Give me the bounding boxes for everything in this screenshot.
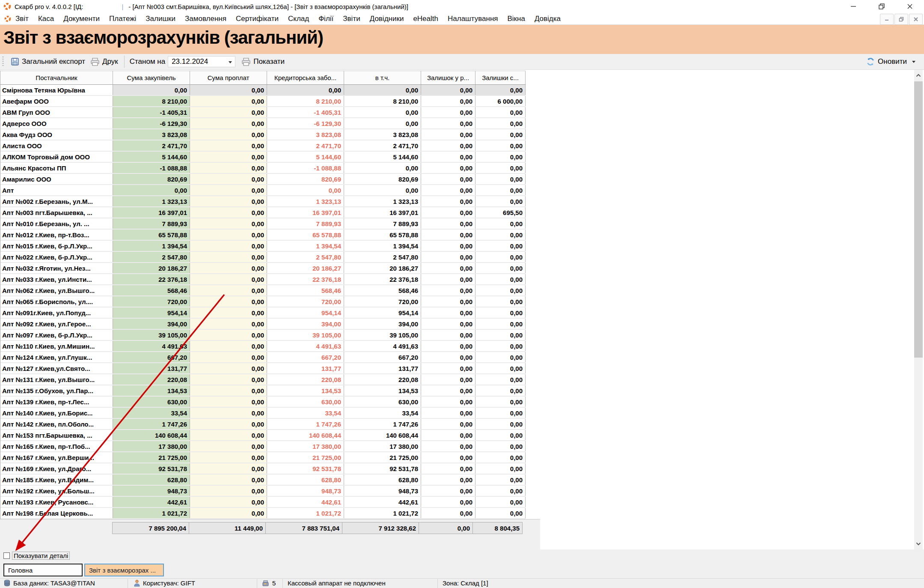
supplier-name-cell: Апт №198 г.Белая Церковь... [0,508,113,518]
menu-item[interactable]: Склад [288,15,309,23]
menu-item[interactable]: Довідники [370,15,404,23]
table-row[interactable]: Апт0,000,000,000,000,000,00 [0,185,526,196]
table-row[interactable]: Апт №022 г.Киев, б-р.Л.Укр...2 547,800,0… [0,252,526,263]
table-row[interactable]: Апт №010 г.Березань, ул. ...7 889,930,00… [0,218,526,230]
table-row[interactable]: Апт №135 г.Обухов, ул.Пар...134,530,0013… [0,385,526,397]
child-minimize-button[interactable] [880,14,894,25]
menu-app-icon [4,15,11,22]
table-row[interactable]: Авефарм ООО8 210,000,008 210,008 210,000… [0,96,526,107]
refresh-dropdown-caret-icon[interactable] [912,61,915,63]
menu-item[interactable]: Звіт [15,15,29,23]
table-row[interactable]: Амарилис ООО820,690,00820,69820,690,000,… [0,174,526,185]
scrollbar-thumb[interactable] [914,81,923,358]
date-input[interactable]: 23.12.2024 [168,56,235,67]
column-header[interactable]: Сума закупівель [113,71,190,84]
table-row[interactable]: Аква Фудз ООО3 823,080,003 823,083 823,0… [0,129,526,140]
window-restore-button[interactable] [868,0,896,13]
child-close-button[interactable] [909,14,923,25]
menu-item[interactable]: Звіти [343,15,360,23]
value-cell: 0,00 [475,163,526,173]
value-cell: 0,00 [190,486,267,496]
menu-item[interactable]: Залишки [146,15,175,23]
table-row[interactable]: Адверсо ООО-6 129,300,00-6 129,300,000,0… [0,118,526,129]
table-row[interactable]: Апт №124 г.Киев, ул.Глушк...667,200,0066… [0,352,526,363]
column-header[interactable]: Залишок у р... [421,71,475,84]
vertical-scrollbar[interactable] [914,70,923,549]
value-cell: 140 608,44 [344,430,421,440]
table-row[interactable]: Апт №165 г.Киев, пр-т.Поб...17 380,000,0… [0,441,526,452]
show-details-checkbox[interactable]: Показувати деталі [3,552,70,560]
table-row[interactable]: Апт №015 г.Киев, б-р.Л.Укр...1 394,540,0… [0,241,526,252]
menu-item[interactable]: Каса [38,15,54,23]
child-restore-button[interactable] [894,14,908,25]
table-row[interactable]: Апт №091г.Киев, ул.Попуд...954,140,00954… [0,307,526,319]
table-row[interactable]: Апт №012 г.Киев, пр-т.Воз...65 578,880,0… [0,230,526,241]
refresh-button[interactable]: Оновити [863,56,918,68]
value-cell: 134,53 [344,385,421,396]
scroll-up-button[interactable] [914,70,923,81]
table-row[interactable]: Апт №110 г.Киев, ул.Мишин...4 491,630,00… [0,341,526,352]
table-row[interactable]: Апт №092 г.Киев, ул.Герое...394,000,0039… [0,319,526,330]
page-title: Звіт з взаєморозрахунків (загальний) [3,27,924,48]
general-export-button[interactable]: Загальний експорт [8,56,88,67]
table-row[interactable]: Апт №131 г.Киев, ул.Вышго...220,080,0022… [0,374,526,385]
table-row[interactable]: Апт №192 г.Киев, ул.Больш...948,730,0094… [0,486,526,497]
print-button[interactable]: Друк [88,56,121,67]
table-row[interactable]: Апт №003 пгт.Барышевка, ...16 397,010,00… [0,207,526,218]
column-header[interactable]: Сума проплат [190,71,267,84]
table-row[interactable]: АЛКОМ Торговый дом ООО5 144,600,005 144,… [0,152,526,163]
menu-item[interactable]: Налаштування [448,15,498,23]
table-row[interactable]: Апт №033 г.Киев, ул.Инсти...22 376,180,0… [0,274,526,285]
column-header[interactable]: в т.ч. [344,71,421,84]
table-row[interactable]: Апт №193 г.Киев, Русановс...442,610,0044… [0,497,526,508]
value-cell: 0,00 [190,330,267,340]
menu-item[interactable]: Документи [63,15,100,23]
table-row[interactable]: Апт №097 г.Киев, б-р.Л.Укр...39 105,000,… [0,330,526,341]
value-cell: 0,00 [421,274,475,284]
menu-item[interactable]: Довідка [535,15,561,23]
menu-item[interactable]: Платежі [109,15,136,23]
table-row[interactable]: Апт №167 г.Киев, ул.Верши...21 725,000,0… [0,452,526,463]
value-cell: 0,00 [421,174,475,184]
table-row[interactable]: Апт №065 г.Борисполь, ул....720,000,0072… [0,296,526,307]
menu-item[interactable]: Замовлення [185,15,226,23]
menu-item[interactable]: Філії [318,15,333,23]
date-dropdown-caret-icon[interactable] [229,61,232,63]
table-row[interactable]: Апт №153 пгт.Барышевка, ...140 608,440,0… [0,430,526,441]
toolbar-grip[interactable] [2,57,4,67]
value-cell: 0,00 [421,140,475,151]
table-row[interactable]: Апт №127 г.Киев,ул.Свято...131,770,00131… [0,363,526,374]
column-header[interactable]: Кредиторська забо... [267,71,344,84]
table-row[interactable]: Апт №002 г.Березань, ул.М...1 323,130,00… [0,196,526,207]
menu-item[interactable]: Вікна [508,15,525,23]
table-row[interactable]: Альянс Красоты ПП-1 088,880,00-1 088,880… [0,163,526,174]
table-row[interactable]: АВМ Груп ООО-1 405,310,00-1 405,310,000,… [0,107,526,118]
table-row[interactable]: Апт №062 г.Киев, ул.Вышго...568,460,0056… [0,285,526,296]
table-row[interactable]: Апт №198 г.Белая Церковь...1 021,720,001… [0,508,526,519]
table-row[interactable]: Апт №169 г.Киев, ул.Драго...92 531,780,0… [0,463,526,475]
value-cell: 39 105,00 [267,330,344,340]
value-cell: 39 105,00 [113,330,190,340]
value-cell: 0,00 [475,508,526,518]
table-row[interactable]: Алиста ООО2 471,700,002 471,702 471,700,… [0,140,526,152]
tab-home[interactable]: Головна [3,564,83,576]
table-row[interactable]: Смірнова Тетяна Юрьївна0,000,000,000,000… [0,85,526,96]
menu-item[interactable]: Сертифікати [236,15,279,23]
table-row[interactable]: Апт №032 г.Яготин, ул.Нез...20 186,270,0… [0,263,526,274]
table-row[interactable]: Апт №140 г.Киев, ул.Борис...33,540,0033,… [0,408,526,419]
scroll-down-button[interactable] [914,538,923,549]
window-minimize-button[interactable] [839,0,868,13]
table-row[interactable]: Апт №142 г.Киев, пл.Оболо...1 747,260,00… [0,419,526,430]
window-close-button[interactable] [896,0,924,13]
value-cell: 0,00 [190,118,267,128]
checkbox-box[interactable] [3,552,10,559]
show-button[interactable]: Показати [239,56,287,67]
value-cell: 0,00 [475,497,526,507]
column-header[interactable]: Залишки с... [475,71,526,84]
table-row[interactable]: Апт №185 г.Киев, ул.Вадим...628,800,0062… [0,475,526,486]
table-row[interactable]: Апт №139 г.Киев, пр-т.Лес...630,000,0063… [0,397,526,408]
tab-report-active[interactable]: Звіт з взаєморозрах ... [84,564,164,576]
value-cell: 140 608,44 [267,430,344,440]
menu-item[interactable]: eHealth [413,15,438,23]
column-header[interactable]: Постачальник [0,71,113,84]
